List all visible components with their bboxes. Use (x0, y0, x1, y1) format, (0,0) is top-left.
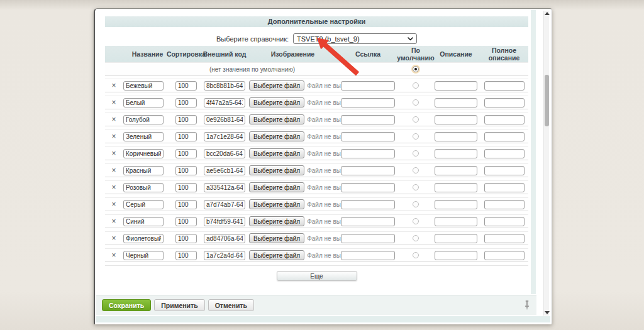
vertical-scrollbar[interactable] (543, 11, 549, 316)
row-full-description-input[interactable] (484, 251, 525, 260)
row-full-description-input[interactable] (484, 132, 525, 141)
no-default-radio[interactable] (413, 66, 419, 72)
default-radio[interactable] (413, 184, 419, 190)
row-name-input[interactable] (123, 200, 164, 209)
row-code-input[interactable] (204, 149, 245, 158)
default-radio[interactable] (413, 235, 419, 241)
row-sort-input[interactable] (175, 115, 197, 124)
row-sort-input[interactable] (175, 149, 197, 158)
row-name-input[interactable] (123, 98, 164, 107)
row-full-description-input[interactable] (484, 200, 525, 209)
pin-panel-icon[interactable] (524, 300, 530, 311)
row-sort-input[interactable] (175, 166, 197, 175)
row-name-input[interactable] (123, 217, 164, 226)
row-sort-input[interactable] (175, 183, 197, 192)
row-link-input[interactable] (341, 115, 395, 124)
row-description-input[interactable] (435, 81, 477, 91)
row-description-input[interactable] (435, 132, 477, 141)
scroll-up-icon[interactable] (545, 12, 550, 15)
default-radio[interactable] (413, 99, 419, 106)
choose-file-button[interactable]: Выберите файл (249, 80, 304, 91)
choose-file-button[interactable]: Выберите файл (249, 250, 304, 260)
row-name-input[interactable] (123, 234, 164, 243)
directory-select[interactable]: TSVET9 (b_tsvet_9) (293, 33, 417, 44)
row-name-input[interactable] (123, 251, 164, 260)
delete-row-button[interactable]: × (111, 201, 116, 208)
default-radio[interactable] (413, 167, 419, 173)
choose-file-button[interactable]: Выберите файл (249, 148, 304, 158)
row-link-input[interactable] (341, 81, 395, 91)
choose-file-button[interactable]: Выберите файл (249, 199, 304, 209)
delete-row-button[interactable]: × (111, 234, 116, 242)
row-description-input[interactable] (435, 217, 477, 226)
row-full-description-input[interactable] (484, 234, 525, 243)
delete-row-button[interactable]: × (111, 184, 116, 191)
row-description-input[interactable] (435, 183, 477, 192)
row-full-description-input[interactable] (484, 149, 525, 158)
choose-file-button[interactable]: Выберите файл (249, 114, 304, 124)
row-name-input[interactable] (123, 183, 164, 192)
row-description-input[interactable] (435, 200, 477, 209)
row-code-input[interactable] (204, 166, 245, 175)
row-description-input[interactable] (435, 166, 477, 175)
row-name-input[interactable] (123, 166, 164, 175)
row-sort-input[interactable] (175, 98, 197, 107)
default-radio[interactable] (413, 133, 419, 140)
row-code-input[interactable] (204, 132, 245, 141)
delete-row-button[interactable]: × (111, 116, 116, 123)
row-code-input[interactable] (204, 81, 245, 91)
row-full-description-input[interactable] (484, 217, 525, 226)
row-full-description-input[interactable] (484, 98, 525, 107)
delete-row-button[interactable]: × (111, 217, 116, 225)
default-radio[interactable] (413, 201, 419, 207)
choose-file-button[interactable]: Выберите файл (249, 131, 304, 141)
default-radio[interactable] (413, 116, 419, 123)
row-sort-input[interactable] (175, 132, 197, 141)
row-link-input[interactable] (341, 217, 395, 226)
default-radio[interactable] (413, 82, 419, 89)
row-description-input[interactable] (435, 149, 477, 158)
row-link-input[interactable] (341, 183, 395, 192)
choose-file-button[interactable]: Выберите файл (249, 165, 304, 175)
row-description-input[interactable] (435, 251, 477, 260)
default-radio[interactable] (413, 252, 419, 258)
row-code-input[interactable] (204, 98, 245, 107)
delete-row-button[interactable]: × (111, 82, 116, 89)
row-description-input[interactable] (435, 234, 477, 243)
delete-row-button[interactable]: × (111, 99, 116, 106)
row-sort-input[interactable] (175, 200, 197, 209)
choose-file-button[interactable]: Выберите файл (249, 97, 304, 107)
scrollbar-thumb[interactable] (545, 75, 549, 126)
row-description-input[interactable] (435, 98, 477, 107)
row-sort-input[interactable] (175, 234, 197, 243)
row-full-description-input[interactable] (484, 115, 525, 124)
row-code-input[interactable] (204, 217, 245, 226)
row-code-input[interactable] (204, 234, 245, 243)
row-name-input[interactable] (123, 149, 164, 158)
row-code-input[interactable] (204, 115, 245, 124)
row-link-input[interactable] (341, 234, 395, 243)
row-link-input[interactable] (341, 166, 395, 175)
delete-row-button[interactable]: × (111, 251, 116, 259)
row-code-input[interactable] (204, 200, 245, 209)
row-link-input[interactable] (341, 132, 395, 141)
row-full-description-input[interactable] (484, 183, 525, 192)
row-link-input[interactable] (341, 200, 395, 209)
row-description-input[interactable] (435, 115, 477, 124)
row-full-description-input[interactable] (484, 166, 525, 175)
choose-file-button[interactable]: Выберите файл (249, 182, 304, 192)
more-button[interactable]: Еще (277, 271, 357, 281)
row-name-input[interactable] (123, 81, 164, 91)
row-sort-input[interactable] (175, 81, 197, 91)
choose-file-button[interactable]: Выберите файл (249, 233, 304, 243)
row-link-input[interactable] (341, 98, 395, 107)
default-radio[interactable] (413, 150, 419, 157)
row-link-input[interactable] (341, 149, 395, 158)
row-code-input[interactable] (204, 183, 245, 192)
row-code-input[interactable] (204, 251, 245, 260)
save-button[interactable]: Сохранить (102, 299, 151, 311)
choose-file-button[interactable]: Выберите файл (249, 216, 304, 226)
row-full-description-input[interactable] (484, 81, 525, 91)
delete-row-button[interactable]: × (111, 167, 116, 174)
delete-row-button[interactable]: × (111, 150, 116, 157)
